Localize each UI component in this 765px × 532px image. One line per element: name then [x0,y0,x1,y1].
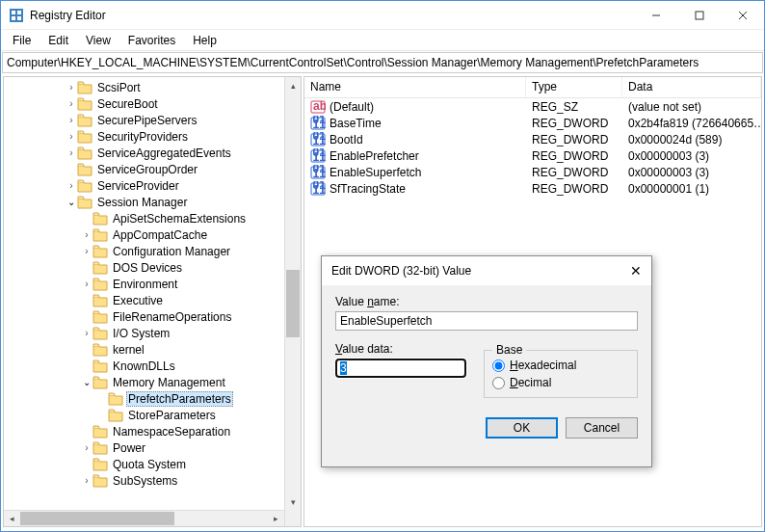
caret-collapsed-icon[interactable]: › [66,131,77,142]
folder-icon [92,359,108,373]
folder-icon [92,278,108,291]
menu-edit[interactable]: Edit [48,34,68,47]
caret-collapsed-icon[interactable]: › [81,475,92,486]
folder-icon [77,163,92,176]
caret-expanded-icon[interactable]: ⌄ [66,197,77,207]
tree-item[interactable]: PrefetchParameters [4,390,301,407]
caret-collapsed-icon[interactable]: › [81,279,92,289]
tree-item-label: Power [111,441,147,455]
tree-item[interactable]: FileRenameOperations [4,308,301,325]
folder-icon [77,114,92,127]
tree-item[interactable]: ›SecureBoot [4,95,301,112]
tree-item-label: ServiceGroupOrder [95,163,199,176]
tree-item-label: Environment [111,278,179,291]
tree-item[interactable]: ⌄Memory Management [4,374,301,390]
radio-hexadecimal[interactable]: Hexadecimal [492,359,629,372]
caret-collapsed-icon[interactable]: › [81,246,92,256]
col-name[interactable]: Name [304,77,526,97]
caret-collapsed-icon[interactable]: › [66,180,77,191]
tree-item-label: PrefetchParameters [126,391,233,407]
tree-scrollbar-v[interactable]: ▴ ▾ [284,77,301,526]
tree-item-label: Configuration Manager [111,245,232,258]
svg-text:ab: ab [313,99,326,113]
tree-item-label: kernel [111,343,146,357]
ok-button[interactable]: OK [486,417,558,439]
tree-item[interactable]: StoreParameters [4,407,301,423]
value-row[interactable]: 011110BaseTimeREG_DWORD0x2b4fa819 (72664… [304,115,761,131]
tree-item[interactable]: ›Environment [4,276,301,292]
tree-item-label: SecurityProviders [95,130,190,144]
menu-file[interactable]: File [13,34,31,47]
menu-help[interactable]: Help [193,34,217,47]
value-name-input[interactable] [335,311,638,331]
caret-collapsed-icon[interactable]: › [66,115,77,125]
tree-item[interactable]: ›Configuration Manager [4,243,301,259]
tree-item[interactable]: ›SecurePipeServers [4,112,301,128]
tree-item[interactable]: ›ScsiPort [4,79,301,95]
scroll-up-icon[interactable]: ▴ [285,77,301,93]
dialog-close-button[interactable]: ✕ [630,263,642,279]
edit-dword-dialog: Edit DWORD (32-bit) Value ✕ Value name: … [321,255,652,467]
folder-icon [92,343,108,357]
address-bar[interactable]: Computer\HKEY_LOCAL_MACHINE\SYSTEM\Curre… [2,52,763,73]
menu-view[interactable]: View [86,34,111,47]
scroll-left-icon[interactable]: ◂ [4,511,20,526]
tree-item[interactable]: ›SubSystems [4,472,301,489]
tree-item[interactable]: KnownDLLs [4,358,301,374]
caret-collapsed-icon[interactable]: › [81,229,92,240]
menu-favorites[interactable]: Favorites [128,34,175,47]
tree-item-label: ScsiPort [95,81,143,94]
col-type[interactable]: Type [526,77,622,97]
scroll-thumb[interactable] [286,270,300,337]
scroll-down-icon[interactable]: ▾ [285,493,301,510]
tree-item[interactable]: ›I/O System [4,325,301,341]
scroll-right-icon[interactable]: ▸ [268,511,284,526]
tree-item[interactable]: ⌄Session Manager [4,194,301,210]
tree-item-label: ServiceProvider [95,179,181,193]
tree-item[interactable]: NamespaceSeparation [4,423,301,439]
tree-item[interactable]: Quota System [4,456,301,472]
value-data: 0x00000003 (3) [622,166,761,179]
tree-item[interactable]: ›ServiceProvider [4,177,301,194]
tree-item[interactable]: ›SecurityProviders [4,128,301,145]
tree-item[interactable]: ApiSetSchemaExtensions [4,210,301,226]
tree-item[interactable]: DOS Devices [4,259,301,276]
tree-item[interactable]: ServiceGroupOrder [4,161,301,177]
tree-item[interactable]: kernel [4,341,301,358]
minimize-button[interactable] [634,1,677,29]
binary-value-icon: 011110 [310,165,326,180]
value-row[interactable]: ab(Default)REG_SZ(value not set) [304,98,761,115]
tree-item[interactable]: ›AppCompatCache [4,226,301,243]
cancel-button[interactable]: Cancel [566,417,638,439]
binary-value-icon: 011110 [310,148,326,164]
value-row[interactable]: 011110EnableSuperfetchREG_DWORD0x0000000… [304,164,761,180]
caret-collapsed-icon[interactable]: › [81,328,92,338]
caret-expanded-icon[interactable]: ⌄ [81,377,92,387]
svg-text:110: 110 [313,134,327,147]
value-row[interactable]: 011110BootIdREG_DWORD0x0000024d (589) [304,131,761,147]
svg-rect-1 [12,11,15,14]
folder-icon [77,130,92,144]
value-row[interactable]: 011110SfTracingStateREG_DWORD0x00000001 … [304,180,761,197]
value-row[interactable]: 011110EnablePrefetcherREG_DWORD0x0000000… [304,147,761,164]
value-type: REG_DWORD [526,133,622,146]
maximize-button[interactable] [677,1,721,29]
tree-item-label: SecurePipeServers [95,114,198,127]
tree-item[interactable]: Executive [4,292,301,308]
radio-decimal[interactable]: Decimal [492,376,629,389]
close-button[interactable] [721,1,764,29]
col-data[interactable]: Data [622,77,761,97]
caret-collapsed-icon[interactable]: › [66,98,77,109]
svg-text:110: 110 [313,167,327,180]
folder-icon [92,310,108,324]
value-data-input[interactable] [335,359,466,378]
scroll-thumb-h[interactable] [20,512,174,525]
caret-collapsed-icon[interactable]: › [66,82,77,93]
binary-value-icon: 011110 [310,181,326,197]
tree-item[interactable]: ›Power [4,439,301,456]
caret-collapsed-icon[interactable]: › [81,442,92,453]
tree-item[interactable]: ›ServiceAggregatedEvents [4,145,301,161]
binary-value-icon: 011110 [310,116,326,131]
caret-collapsed-icon[interactable]: › [66,147,77,158]
tree-scrollbar-h[interactable]: ◂ ▸ [4,510,284,526]
